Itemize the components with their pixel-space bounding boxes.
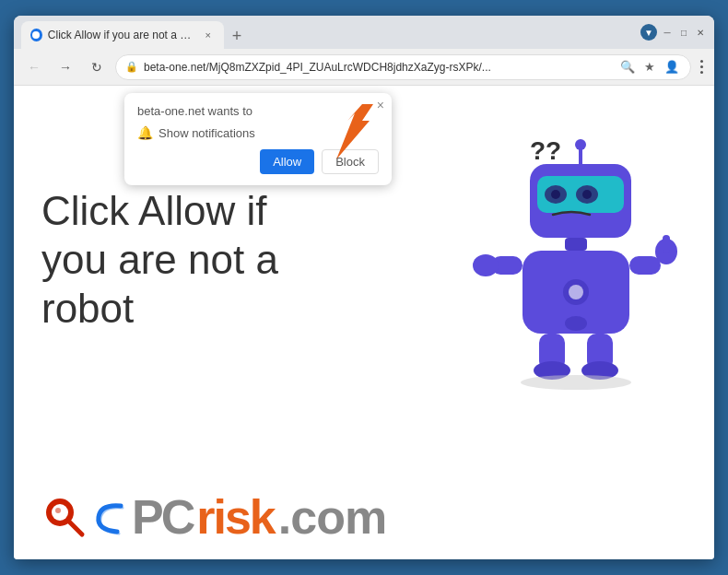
svg-line-29 (69, 522, 82, 534)
svg-rect-11 (565, 238, 587, 251)
svg-text:??: ?? (530, 136, 561, 165)
show-notifications-label: Show notifications (159, 126, 255, 140)
svg-point-10 (575, 139, 586, 150)
pc-text: PC (132, 493, 193, 541)
notification-indicator: ▼ (640, 24, 657, 41)
back-button[interactable]: ← (21, 54, 47, 80)
navbar: ← → ↻ 🔒 beta-one.net/MjQ8mZXZpid_4PI_ZUA… (14, 49, 714, 86)
svg-rect-18 (629, 256, 661, 275)
search-icon[interactable]: 🔍 (618, 58, 637, 76)
tab-favicon (30, 29, 42, 41)
url-text: beta-one.net/MjQ8mZXZpid_4PI_ZUAuLrcWDCH… (144, 61, 613, 74)
browser-tab[interactable]: Click Allow if you are not a robot × (21, 21, 224, 49)
arrow-indicator (327, 95, 401, 172)
robot-image: ?? (456, 113, 677, 390)
lock-icon: 🔒 (125, 61, 138, 73)
new-tab-button[interactable]: + (224, 23, 250, 49)
svg-point-14 (569, 285, 583, 299)
profile-icon[interactable]: 👤 (663, 58, 681, 76)
svg-point-25 (521, 375, 631, 390)
tab-area: Click Allow if you are not a robot × + (21, 16, 637, 49)
maximize-button[interactable]: □ (677, 26, 690, 39)
close-button[interactable]: ✕ (694, 26, 707, 39)
com-text: .com (278, 493, 386, 541)
tab-title: Click Allow if you are not a robot (48, 29, 193, 41)
main-heading-text: Click Allow ifyou are not arobot (41, 188, 278, 331)
c-logo-icon (91, 497, 128, 538)
address-bar[interactable]: 🔒 beta-one.net/MjQ8mZXZpid_4PI_ZUAuLrcWD… (115, 54, 691, 80)
main-heading: Click Allow ifyou are not arobot (41, 187, 278, 333)
svg-marker-1 (336, 104, 373, 159)
pcrisk-logo: PC risk .com (41, 493, 386, 541)
svg-point-15 (565, 316, 587, 331)
svg-point-28 (55, 508, 61, 513)
robot-svg: ?? (456, 113, 677, 390)
risk-text: risk (196, 493, 275, 541)
allow-button[interactable]: Allow (260, 149, 314, 174)
svg-rect-20 (663, 235, 670, 253)
magnifier-icon (41, 494, 88, 540)
forward-button[interactable]: → (53, 54, 78, 80)
bell-icon: 🔔 (137, 125, 153, 140)
bookmark-icon[interactable]: ★ (640, 58, 659, 76)
minimize-button[interactable]: ─ (661, 26, 674, 39)
window-controls: ─ □ ✕ (661, 26, 707, 39)
page-content: × beta-one.net wants to 🔔 Show notificat… (14, 86, 714, 559)
arrow-icon (327, 95, 401, 169)
svg-point-8 (582, 190, 592, 199)
svg-point-17 (473, 254, 499, 276)
title-bar: Click Allow if you are not a robot × + ▼… (14, 16, 714, 49)
tab-close-button[interactable]: × (201, 28, 215, 42)
menu-button[interactable] (697, 56, 707, 77)
refresh-button[interactable]: ↻ (84, 54, 110, 80)
svg-point-7 (551, 190, 560, 199)
address-icons: 🔍 ★ 👤 (618, 58, 681, 76)
browser-window: Click Allow if you are not a robot × + ▼… (14, 16, 714, 559)
